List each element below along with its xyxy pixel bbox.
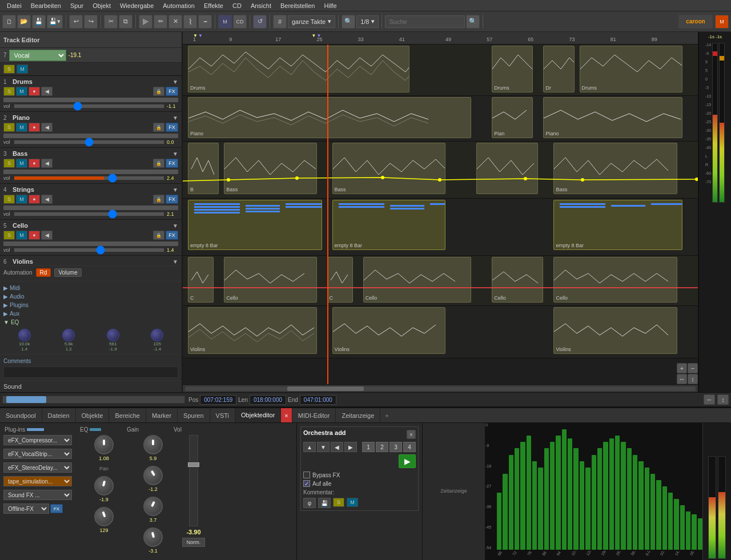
track2-input-btn[interactable]: ◀ xyxy=(41,123,53,132)
track3-lock-btn[interactable]: 🔒 xyxy=(153,159,164,168)
delete-button[interactable]: ✕ xyxy=(168,15,182,29)
track5-fx-btn[interactable]: FX xyxy=(166,231,178,240)
midi-num-1[interactable]: 1 xyxy=(362,442,375,452)
gain-knob-1-control[interactable] xyxy=(143,435,163,454)
menu-wiedergabe[interactable]: Wiedergabe xyxy=(115,2,158,9)
vocal-dropdown[interactable]: Vocal xyxy=(9,50,66,61)
eq-knob-2-control[interactable] xyxy=(62,329,75,341)
cello-clip-6[interactable]: Cello xyxy=(553,257,677,303)
cut-button[interactable]: ✂ xyxy=(104,15,118,29)
timeline-pos-scrollbar[interactable] xyxy=(2,396,185,404)
timeline-plus-btn[interactable]: + xyxy=(677,363,687,373)
track4-m-btn[interactable]: M xyxy=(16,195,27,204)
track5-lock-btn[interactable]: 🔒 xyxy=(153,231,164,240)
magnify-button[interactable]: 🔍 xyxy=(342,15,355,29)
copy-button[interactable]: ⧉ xyxy=(119,15,132,29)
track2-vol-slider[interactable] xyxy=(14,140,164,144)
save-as-button[interactable]: 💾▾ xyxy=(47,15,63,29)
menu-spur[interactable]: Spur xyxy=(66,2,88,9)
violins-clip-3[interactable]: Violins xyxy=(553,307,677,354)
draw-button[interactable]: ✏ xyxy=(154,15,167,29)
track6-arrow[interactable]: ▼ xyxy=(172,259,178,265)
eq-knob-1[interactable]: 10.0k 1.4 xyxy=(3,329,46,352)
timeline-hscrollbar-thumb[interactable] xyxy=(287,386,364,391)
track4-fx-btn[interactable]: FX xyxy=(166,195,178,204)
timeline-arrow-down[interactable]: ↕ xyxy=(688,374,698,384)
vol-fader-handle[interactable] xyxy=(188,462,199,467)
gain-knob-1[interactable]: 5.9 xyxy=(143,435,163,461)
plugin-4-select[interactable]: tape_simulation... xyxy=(3,476,72,486)
track4-rec-btn[interactable]: ● xyxy=(29,195,40,204)
plugin-3-select[interactable]: eFX_StereoDelay... xyxy=(3,462,72,473)
track5-m-btn[interactable]: M xyxy=(16,231,27,240)
track5-s-btn[interactable]: S xyxy=(3,231,15,240)
loop-button[interactable]: ↺ xyxy=(253,15,267,29)
auf-alle-checkbox[interactable]: ✓ xyxy=(303,480,310,487)
bass-clip-3[interactable]: Bass xyxy=(332,143,445,194)
track4-arrow[interactable]: ▼ xyxy=(172,187,178,193)
menu-automation[interactable]: Automation xyxy=(158,2,199,9)
comments-label[interactable]: Comments xyxy=(3,357,178,365)
strings-clip-2[interactable]: empty 8 Bar xyxy=(332,200,445,250)
cello-clip-2[interactable]: Cello xyxy=(224,257,316,303)
eq-knob-gain-1-control[interactable] xyxy=(94,435,114,454)
midi-num-2[interactable]: 2 xyxy=(376,442,388,452)
plugin-1-select[interactable]: eFX_Compressor... xyxy=(3,435,72,445)
track5-arrow[interactable]: ▼ xyxy=(172,223,178,229)
drums-clip-4[interactable]: Drums xyxy=(580,46,682,92)
cello-clip-4[interactable]: Cello xyxy=(363,257,471,303)
piano-clip-2[interactable]: Pian xyxy=(492,97,533,138)
track4-vol-slider[interactable] xyxy=(14,212,164,216)
gain-knob-4-control[interactable] xyxy=(143,527,163,547)
piano-clip-3[interactable]: Piano xyxy=(543,97,682,138)
menu-hilfe[interactable]: Hilfe xyxy=(320,2,342,9)
midi-button[interactable]: M xyxy=(218,15,232,29)
eq-knob-3-control[interactable] xyxy=(107,329,119,341)
rd-button[interactable]: Rd xyxy=(36,268,51,277)
midi-s-btn[interactable]: S xyxy=(333,498,344,507)
cello-clip-1[interactable]: C xyxy=(188,257,214,303)
gain-knob-4[interactable]: -3.1 xyxy=(143,527,163,554)
drums-clip-2[interactable]: Drums xyxy=(492,46,533,92)
master-s-btn[interactable]: S xyxy=(3,65,15,74)
plugin-2-select[interactable]: eFX_VocalStrip... xyxy=(3,449,72,459)
track3-vol-slider[interactable] xyxy=(14,176,164,180)
norm-button[interactable]: Norm. xyxy=(182,538,205,547)
mute-button[interactable]: ━ xyxy=(198,15,212,29)
tab-zeitanzeige[interactable]: Zeitanzeige xyxy=(336,408,380,422)
pos-scrollbar-thumb[interactable] xyxy=(6,396,46,403)
quantize-dropdown[interactable]: 1/8 ▾ xyxy=(356,15,379,28)
midi-close[interactable]: × xyxy=(407,430,416,439)
track5-vol-slider[interactable] xyxy=(14,248,164,252)
track1-s-btn[interactable]: S xyxy=(3,87,15,96)
menu-bereitstellen[interactable]: Bereitstellen xyxy=(276,2,320,9)
menu-bearbeiten[interactable]: Bearbeiten xyxy=(26,2,66,9)
redo-button[interactable]: ↪ xyxy=(84,15,98,29)
tab-vsti[interactable]: VSTi xyxy=(210,408,235,422)
plugin-5-select[interactable]: Sound FX ... xyxy=(3,490,72,500)
eq-gain-knob-1[interactable]: 1.08 xyxy=(94,435,114,461)
volume-button[interactable]: Volume xyxy=(54,268,81,277)
eq-pan-knob-control[interactable] xyxy=(94,476,114,495)
bypass-checkbox[interactable] xyxy=(303,472,310,478)
track4-input-btn[interactable]: ◀ xyxy=(41,195,53,204)
split-button[interactable]: ⫸ xyxy=(139,15,152,29)
track2-fx-btn[interactable]: FX xyxy=(166,123,178,132)
track1-input-btn[interactable]: ◀ xyxy=(41,87,53,96)
track1-fx-btn[interactable]: FX xyxy=(166,87,178,96)
eq-pan-knob[interactable]: -1.9 xyxy=(94,476,114,502)
track4-lock-btn[interactable]: 🔒 xyxy=(153,195,164,204)
offline-fx-btn[interactable]: FX xyxy=(50,504,63,513)
bass-clip-1[interactable]: B xyxy=(188,143,219,194)
glue-button[interactable]: ⌇ xyxy=(183,15,197,29)
track4-s-btn[interactable]: S xyxy=(3,195,15,204)
track5-rec-btn[interactable]: ● xyxy=(29,231,40,240)
audio-section[interactable]: ▶Audio xyxy=(3,292,178,301)
track1-m-btn[interactable]: M xyxy=(16,87,27,96)
eq-section[interactable]: ▼EQ xyxy=(3,318,178,327)
midi-nav-left[interactable]: ◀ xyxy=(331,442,343,452)
midi-nav-up[interactable]: ▲ xyxy=(303,442,316,452)
gain-knob-2[interactable]: -1.2 xyxy=(143,466,163,492)
track5-input-btn[interactable]: ◀ xyxy=(41,231,53,240)
midi-section[interactable]: ▶Midi xyxy=(3,284,178,292)
